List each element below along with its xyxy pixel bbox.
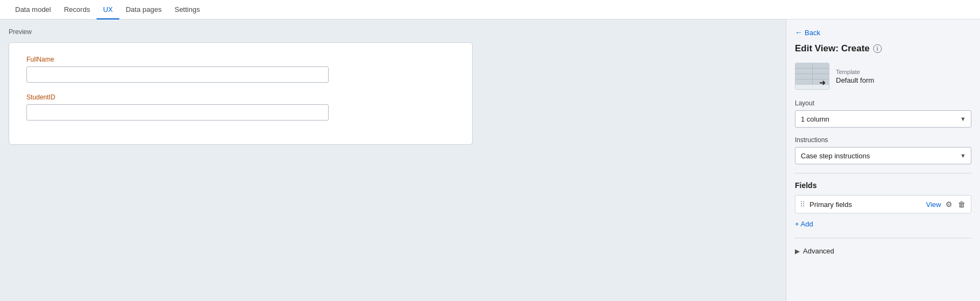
drag-handle-icon[interactable]: ⠿ — [800, 200, 805, 209]
edit-view-title-text: Edit View: Create — [795, 43, 870, 54]
field-group-studentid: StudentID — [26, 93, 455, 121]
edit-view-title: Edit View: Create i — [795, 43, 971, 54]
studentid-label: StudentID — [26, 93, 455, 101]
delete-icon[interactable]: 🗑 — [957, 199, 967, 210]
tab-settings[interactable]: Settings — [168, 0, 206, 19]
add-label: + Add — [795, 220, 813, 228]
tmpl-cell-1 — [795, 63, 813, 68]
template-meta-value: Default form — [836, 76, 874, 84]
field-group-fullname: FullName — [26, 56, 455, 83]
tmpl-cell-4 — [813, 69, 829, 73]
field-row-actions: View ⚙ 🗑 — [926, 199, 967, 210]
tab-records[interactable]: Records — [57, 0, 96, 19]
template-meta-label: Template — [836, 69, 874, 75]
info-icon[interactable]: i — [873, 44, 882, 53]
tab-data-model[interactable]: Data model — [9, 0, 57, 19]
back-link[interactable]: ← Back — [795, 28, 971, 37]
tab-ux[interactable]: UX — [97, 0, 119, 19]
advanced-chevron-icon: ▶ — [795, 248, 800, 255]
main-layout: Preview FullName StudentID ← Back Edit V… — [0, 19, 980, 301]
fullname-input[interactable] — [26, 66, 329, 83]
instructions-label: Instructions — [795, 136, 971, 144]
template-info: Template Default form — [836, 69, 874, 84]
tmpl-row-2 — [795, 69, 829, 74]
tmpl-cell-3 — [795, 69, 813, 73]
settings-icon[interactable]: ⚙ — [944, 199, 954, 210]
primary-fields-name: Primary fields — [809, 200, 926, 209]
layout-select-wrapper: 1 column 2 columns ▼ — [795, 110, 971, 128]
view-link[interactable]: View — [926, 200, 941, 209]
layout-field: Layout 1 column 2 columns ▼ — [795, 99, 971, 128]
preview-label: Preview — [9, 28, 777, 36]
tmpl-cell-5 — [795, 74, 813, 79]
add-button[interactable]: + Add — [795, 218, 971, 230]
tmpl-row-1 — [795, 63, 829, 69]
instructions-field: Instructions Case step instructions None… — [795, 136, 971, 164]
divider-1 — [795, 173, 971, 173]
template-section: ➜ Template Default form — [795, 63, 971, 90]
template-arrow-icon: ➜ — [819, 78, 826, 87]
studentid-input[interactable] — [26, 104, 329, 121]
instructions-select[interactable]: Case step instructions None — [795, 147, 971, 164]
layout-label: Layout — [795, 99, 971, 107]
template-thumbnail[interactable]: ➜ — [795, 63, 829, 90]
fullname-label: FullName — [26, 56, 455, 63]
advanced-section[interactable]: ▶ Advanced — [795, 247, 971, 255]
advanced-label: Advanced — [803, 247, 834, 255]
tmpl-cell-7 — [795, 79, 813, 85]
fields-row-primary: ⠿ Primary fields View ⚙ 🗑 — [795, 195, 971, 213]
back-label: Back — [805, 29, 820, 37]
instructions-select-wrapper: Case step instructions None ▼ — [795, 147, 971, 164]
tmpl-cell-2 — [813, 63, 829, 68]
preview-area: Preview FullName StudentID — [0, 19, 786, 301]
layout-select[interactable]: 1 column 2 columns — [795, 110, 971, 128]
tab-data-pages[interactable]: Data pages — [119, 0, 168, 19]
right-panel: ← Back Edit View: Create i — [786, 19, 980, 301]
top-navigation: Data model Records UX Data pages Setting… — [0, 0, 980, 19]
fields-section: Fields ⠿ Primary fields View ⚙ 🗑 + Add — [795, 181, 971, 230]
form-card: FullName StudentID — [9, 42, 473, 145]
fields-section-title: Fields — [795, 181, 971, 190]
back-arrow-icon: ← — [795, 28, 802, 37]
divider-2 — [795, 238, 971, 238]
